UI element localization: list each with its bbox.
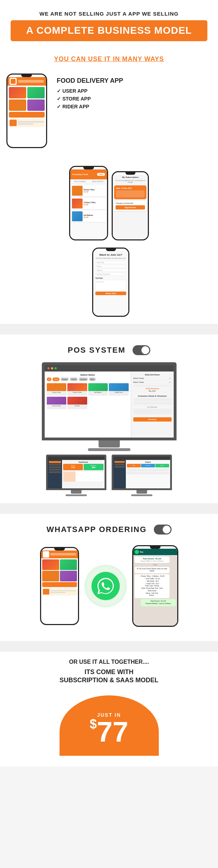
toggle-knob bbox=[141, 346, 149, 354]
hero-banner: A COMPLETE BUSINESS MODEL bbox=[11, 20, 207, 41]
small-monitor-left-screen: Dashboard Orders145 Revenue$99 bbox=[46, 455, 106, 490]
feature-rider-app: RIDER APP bbox=[57, 104, 123, 109]
chat-header: Raj bbox=[133, 549, 177, 555]
pos-pill-burger[interactable]: Burger bbox=[61, 378, 69, 381]
small-monitor-left-base bbox=[66, 494, 87, 496]
phone-store-app: Everyday Fresh Order TOP STORIESBEST MAT… bbox=[69, 166, 108, 240]
pos-content-area: Select Items All Pizza Burger Drinks Des… bbox=[45, 371, 174, 438]
small-monitor-right: Orders New Process Done bbox=[112, 455, 172, 496]
pos-item-name: Select Create bbox=[133, 377, 144, 379]
small-monitors-row: Dashboard Orders145 Revenue$99 bbox=[7, 455, 211, 496]
pos-top-bar bbox=[45, 365, 174, 371]
pos-item-5[interactable]: Samosa Plate bbox=[47, 397, 67, 409]
price-badge: JUST IN $ 77 bbox=[60, 695, 159, 756]
section-divider-3 bbox=[0, 641, 218, 652]
small-monitor-right-stand bbox=[136, 490, 147, 494]
pos-item-3-img bbox=[88, 383, 108, 391]
pos-right-panel: Selected Items Select Create + - Select … bbox=[131, 371, 174, 438]
bottom-section: OR USE IT ALL TOGETHER.... ITS COME WITH… bbox=[0, 652, 218, 766]
chat-msg-1: Total Amount : Rs.115 Payment Method : C… bbox=[135, 557, 170, 563]
whatsapp-icon-wrapper bbox=[84, 565, 127, 607]
join-us-phone-wrapper: Want to Join Us? Fill all the fields bel… bbox=[0, 248, 218, 324]
whatsapp-section: WHATSAPP ORDERING bbox=[0, 514, 218, 641]
price-dollar: $ bbox=[90, 718, 97, 731]
pos-item-qty: + - bbox=[169, 377, 172, 379]
pos-item-2[interactable]: Chicken Tikka bbox=[67, 383, 87, 396]
price-display: $ 77 bbox=[90, 718, 128, 746]
pos-item-1-img bbox=[47, 383, 67, 391]
use-title: YOU CAN USE IT IN MANY WAYS bbox=[7, 55, 211, 63]
small-monitor-left: Dashboard Orders145 Revenue$99 bbox=[46, 455, 106, 496]
pos-item-3[interactable]: Dal Makhni bbox=[88, 383, 108, 396]
pos-item-6-img bbox=[67, 397, 87, 405]
hero-subtitle: WE ARE NOT SELLING JUST A APP WE SELLING bbox=[7, 11, 211, 17]
small-monitor-right-base bbox=[131, 494, 152, 496]
monitor-stand bbox=[99, 440, 120, 447]
page-wrapper: WE ARE NOT SELLING JUST A APP WE SELLING… bbox=[0, 0, 218, 766]
pos-category-pills: All Pizza Burger Drinks Dessert More bbox=[47, 378, 129, 381]
pos-toggle[interactable] bbox=[133, 345, 150, 355]
or-use-text: OR USE IT ALL TOGETHER.... bbox=[7, 659, 211, 665]
pos-total: Total Amount bbox=[133, 387, 172, 390]
feature-store-app: STORE APP bbox=[57, 96, 123, 102]
pos-pill-drinks[interactable]: Drinks bbox=[70, 378, 78, 381]
pos-pill-all[interactable]: All bbox=[47, 378, 52, 381]
food-delivery-block: FOOD DELIVERY APP USER APP STORE APP RID… bbox=[0, 74, 218, 152]
pos-item-qty-2: + - bbox=[169, 381, 172, 383]
hero-main-text: A COMPLETE BUSINESS MODEL bbox=[18, 25, 200, 36]
pos-dot-yellow bbox=[51, 367, 53, 369]
phone-mockup-left bbox=[4, 74, 50, 148]
use-section: YOU CAN USE IT IN MANY WAYS bbox=[0, 48, 218, 74]
pos-dot-green bbox=[55, 367, 57, 369]
chat-screen: Raj Total Amount : Rs.115 Payment Method… bbox=[133, 549, 177, 626]
phone-join-us: Want to Join Us? Fill all the fields bel… bbox=[92, 248, 129, 317]
whatsapp-icon bbox=[91, 572, 120, 600]
saas-line2: SUBSCRIPTION & SAAS MODEL bbox=[60, 677, 158, 684]
whatsapp-header: WHATSAPP ORDERING bbox=[7, 525, 211, 535]
pos-pill-more[interactable]: More bbox=[89, 378, 96, 381]
main-monitor-screen: Select Items All Pizza Burger Drinks Des… bbox=[42, 362, 177, 440]
section-divider-2 bbox=[0, 503, 218, 514]
pos-pill-dessert[interactable]: Dessert bbox=[79, 378, 88, 381]
monitor-base bbox=[88, 448, 130, 451]
pos-items-grid: Paneer Tikka Chicken Tikka Dal Makhni bbox=[47, 383, 129, 409]
feature-list: USER APP STORE APP RIDER APP bbox=[57, 88, 123, 109]
price-badge-wrapper: JUST IN $ 77 bbox=[7, 695, 211, 756]
saas-line1: ITS COME WITH bbox=[85, 668, 134, 676]
phone-subscription: My Subscription You can manage/view your… bbox=[112, 171, 149, 240]
pos-item-6-label: Noodles bbox=[67, 405, 87, 407]
small-monitor-left-stand bbox=[71, 490, 82, 494]
pos-order-item-1: Select Create + - bbox=[133, 377, 172, 380]
pos-item-4[interactable]: Grilled Pizza bbox=[109, 383, 129, 396]
pos-item-2-img bbox=[67, 383, 87, 391]
phones-row: Everyday Fresh Order TOP STORIESBEST MAT… bbox=[0, 152, 218, 248]
whatsapp-phones-row: Raj Total Amount : Rs.115 Payment Method… bbox=[7, 542, 211, 634]
pos-screen-content: Select Items All Pizza Burger Drinks Des… bbox=[45, 365, 174, 438]
price-amount: 77 bbox=[97, 718, 128, 746]
small-monitor-right-screen: Orders New Process Done bbox=[112, 455, 172, 490]
saas-text: ITS COME WITH SUBSCRIPTION & SAAS MODEL bbox=[7, 668, 211, 685]
pos-item-6[interactable]: Noodles bbox=[67, 397, 87, 409]
wa-phone-right: Raj Total Amount : Rs.115 Payment Method… bbox=[132, 545, 178, 627]
pos-item-4-img bbox=[109, 383, 129, 391]
pos-section: POS SYSTEM Select Items bbox=[0, 335, 218, 503]
pos-item-4-label: Grilled Pizza bbox=[109, 391, 129, 394]
main-monitor-wrapper: Select Items All Pizza Burger Drinks Des… bbox=[7, 362, 211, 451]
hero-section: WE ARE NOT SELLING JUST A APP WE SELLING… bbox=[0, 0, 218, 48]
pos-dot-red bbox=[47, 367, 50, 369]
feature-user-app: USER APP bbox=[57, 88, 123, 94]
pos-left-panel: Select Items All Pizza Burger Drinks Des… bbox=[45, 371, 131, 438]
pos-selected-title: Selected Items bbox=[133, 374, 172, 376]
pos-item-5-img bbox=[47, 397, 67, 405]
pos-checkout-btn[interactable]: Checkout bbox=[133, 417, 172, 422]
pos-pill-pizza[interactable]: Pizza bbox=[52, 378, 60, 381]
pos-item-name-2: Select Create bbox=[133, 381, 144, 383]
pos-item-1-label: Paneer Tikka bbox=[47, 391, 67, 394]
pos-item-3-label: Dal Makhni bbox=[88, 391, 108, 394]
pos-item-5-label: Samosa Plate bbox=[47, 405, 67, 407]
pos-item-1[interactable]: Paneer Tikka bbox=[47, 383, 67, 396]
section-divider-1 bbox=[0, 324, 218, 335]
whatsapp-toggle[interactable] bbox=[154, 525, 172, 535]
pos-order-item-2: Select Create + - bbox=[133, 381, 172, 384]
pos-header: POS SYSTEM bbox=[7, 345, 211, 355]
